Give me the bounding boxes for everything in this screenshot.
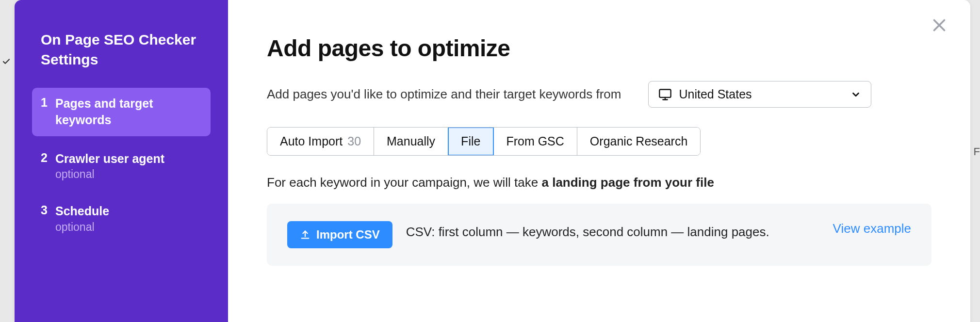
sidebar: On Page SEO Checker Settings 1 Pages and… (15, 0, 228, 322)
tab-label: From GSC (506, 134, 564, 148)
intro-text: Add pages you'd like to optimize and the… (267, 87, 621, 102)
step-optional: optional (55, 221, 109, 234)
country-label: United States (679, 87, 751, 101)
tab-organic-research[interactable]: Organic Research (577, 128, 700, 155)
step-number: 1 (41, 96, 55, 110)
desktop-icon (658, 88, 672, 101)
sidebar-step-crawler-agent[interactable]: 2 Crawler user agent optional (32, 143, 211, 189)
sidebar-step-schedule[interactable]: 3 Schedule optional (32, 195, 211, 242)
step-number: 2 (41, 151, 55, 165)
tab-label: Auto Import (280, 134, 343, 148)
step-label: Schedule (55, 203, 109, 220)
import-description: CSV: first column — keywords, second col… (406, 221, 819, 242)
tab-count: 30 (347, 134, 361, 148)
svg-rect-2 (660, 89, 671, 97)
tab-manually[interactable]: Manually (374, 128, 448, 155)
sidebar-title: On Page SEO Checker Settings (32, 30, 211, 69)
main-panel: Add pages to optimize Add pages you'd li… (228, 0, 970, 322)
step-optional: optional (55, 168, 164, 181)
tab-label: File (461, 134, 480, 148)
close-icon (931, 16, 948, 34)
intro-row: Add pages you'd like to optimize and the… (267, 81, 931, 108)
tab-label: Manually (387, 134, 435, 148)
country-select[interactable]: United States (648, 81, 871, 108)
tab-label: Organic Research (590, 134, 687, 148)
file-description: For each keyword in your campaign, we wi… (267, 175, 931, 190)
view-example-link[interactable]: View example (833, 221, 911, 236)
settings-modal: On Page SEO Checker Settings 1 Pages and… (15, 0, 970, 322)
import-btn-label: Import CSV (316, 228, 380, 242)
step-label: Pages and target keywords (55, 96, 202, 129)
background-check-icon (2, 57, 11, 68)
tab-auto-import[interactable]: Auto Import 30 (267, 128, 374, 155)
step-label: Crawler user agent (55, 151, 164, 167)
upload-icon (300, 229, 310, 240)
chevron-down-icon (850, 89, 861, 100)
step-number: 3 (41, 203, 55, 217)
sidebar-step-pages-keywords[interactable]: 1 Pages and target keywords (32, 88, 211, 136)
tab-file[interactable]: File (448, 128, 493, 155)
description-bold: a landing page from your file (541, 175, 714, 190)
import-panel: Import CSV CSV: first column — keywords,… (267, 204, 931, 266)
tab-from-gsc[interactable]: From GSC (493, 128, 577, 155)
page-title: Add pages to optimize (267, 35, 931, 62)
description-pre: For each keyword in your campaign, we wi… (267, 175, 541, 190)
import-csv-button[interactable]: Import CSV (287, 221, 392, 248)
source-tabs: Auto Import 30 Manually File From GSC Or… (267, 127, 701, 156)
close-button[interactable] (928, 14, 951, 37)
